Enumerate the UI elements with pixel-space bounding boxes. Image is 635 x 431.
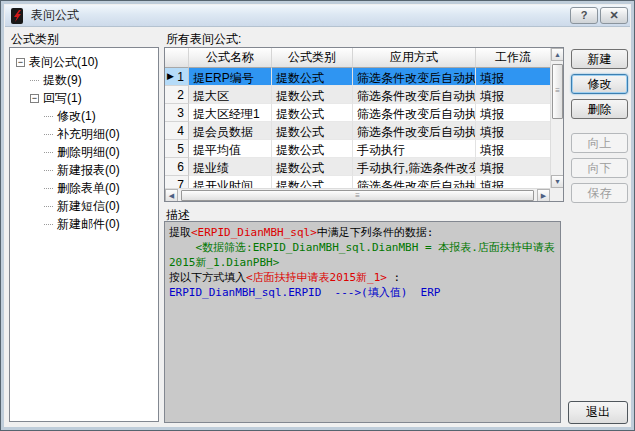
exit-button[interactable]: 退出 xyxy=(568,401,628,424)
tree-item[interactable]: 提数(9) xyxy=(10,71,158,89)
title-bar[interactable]: 表间公式 ? ✕ xyxy=(5,5,630,27)
description-line: 按以下方式填入<店面扶持申请表2015新_1> : xyxy=(169,270,556,285)
cell-formula-category[interactable]: 提数公式 xyxy=(272,104,353,122)
cell-workflow[interactable]: 填报 xyxy=(476,122,550,140)
move-down-button[interactable]: 向下 xyxy=(571,158,628,178)
tree-item[interactable]: 删除表单(0) xyxy=(10,179,158,197)
description-segment: <店面扶持申请表2015新_1> xyxy=(246,271,387,284)
table-panel-label: 所有表间公式: xyxy=(166,31,241,48)
tree-item[interactable]: 补充明细(0) xyxy=(10,125,158,143)
tree-item[interactable]: 删除明细(0) xyxy=(10,143,158,161)
tree-item-label: 补充明细(0) xyxy=(57,126,120,143)
cell-workflow[interactable]: 填报 xyxy=(476,68,550,86)
cell-apply-method[interactable]: 筛选条件改变后自动执行 xyxy=(353,68,476,86)
column-header[interactable]: 公式类别 xyxy=(272,48,353,68)
cell-apply-method[interactable]: 筛选条件改变后自动执行 xyxy=(353,122,476,140)
horizontal-scroll-thumb[interactable]: ≡ xyxy=(181,190,534,201)
table-row[interactable]: 3提大区经理1提数公式筛选条件改变后自动执...填报 xyxy=(165,104,550,122)
horizontal-scrollbar[interactable]: ◀ ≡ ▶ xyxy=(165,188,550,201)
row-number-cell[interactable]: 2 xyxy=(165,86,189,104)
collapse-minus-icon[interactable]: − xyxy=(30,94,39,103)
tree-connector xyxy=(44,170,53,171)
collapse-minus-icon[interactable]: − xyxy=(16,58,25,67)
cell-formula-category[interactable]: 提数公式 xyxy=(272,158,353,176)
column-header[interactable]: 应用方式 xyxy=(353,48,476,68)
tree-item[interactable]: −回写(1) xyxy=(10,89,158,107)
tree-item[interactable]: −表间公式(10) xyxy=(10,53,158,71)
move-up-button[interactable]: 向上 xyxy=(571,133,628,153)
table-row[interactable]: 5提平均值提数公式手动执行填报 xyxy=(165,140,550,158)
vertical-scroll-thumb[interactable]: ≡ xyxy=(552,64,563,119)
cell-formula-name[interactable]: 提大区 xyxy=(189,86,272,104)
table-row[interactable]: 7提开业时间提数公式筛选条件改变后自动执行填报 xyxy=(165,176,550,188)
new-button[interactable]: 新建 xyxy=(571,49,628,69)
tree-item[interactable]: 修改(1) xyxy=(10,107,158,125)
row-number-cell[interactable]: 4 xyxy=(165,122,189,140)
cell-workflow[interactable]: 填报 xyxy=(476,158,550,176)
row-number-cell[interactable]: 1▶ xyxy=(165,68,189,86)
cell-formula-name[interactable]: 提开业时间 xyxy=(189,176,272,188)
column-header[interactable]: 公式名称 xyxy=(189,48,272,68)
row-number-cell[interactable]: 7 xyxy=(165,176,189,188)
row-number-cell[interactable]: 5 xyxy=(165,140,189,158)
cell-apply-method[interactable]: 筛选条件改变后自动执... xyxy=(353,104,476,122)
column-header[interactable]: 工作流 xyxy=(476,48,550,68)
cell-formula-category[interactable]: 提数公式 xyxy=(272,86,353,104)
tree-item-label: 表间公式(10) xyxy=(29,54,98,71)
cell-workflow[interactable]: 填报 xyxy=(476,86,550,104)
cell-apply-method[interactable]: 手动执行,筛选条件改变... xyxy=(353,158,476,176)
cell-workflow[interactable]: 填报 xyxy=(476,176,550,188)
tree-item-label: 修改(1) xyxy=(57,108,96,125)
tree-connector xyxy=(30,80,39,81)
row-selector-header[interactable] xyxy=(165,48,189,68)
tree-item[interactable]: 新建邮件(0) xyxy=(10,215,158,233)
cell-formula-category[interactable]: 提数公式 xyxy=(272,68,353,86)
cell-formula-name[interactable]: 提会员数据 xyxy=(189,122,272,140)
cell-workflow[interactable]: 填报 xyxy=(476,104,550,122)
cell-formula-name[interactable]: 提大区经理1 xyxy=(189,104,272,122)
modify-button[interactable]: 修改 xyxy=(571,74,628,94)
scroll-down-icon[interactable]: ▼ xyxy=(551,175,564,188)
table-row[interactable]: 1▶提ERP编号提数公式筛选条件改变后自动执行填报 xyxy=(165,68,550,86)
window-title: 表间公式 xyxy=(31,7,79,24)
tree-item-label: 删除表单(0) xyxy=(57,180,120,197)
cell-formula-name[interactable]: 提业绩 xyxy=(189,158,272,176)
tree-item-label: 新建报表(0) xyxy=(57,162,120,179)
scroll-up-icon[interactable]: ▲ xyxy=(551,48,564,61)
tree-connector xyxy=(44,116,53,117)
tree-connector xyxy=(44,152,53,153)
cell-apply-method[interactable]: 手动执行 xyxy=(353,140,476,158)
table-row[interactable]: 4提会员数据提数公式筛选条件改变后自动执行填报 xyxy=(165,122,550,140)
cell-formula-category[interactable]: 提数公式 xyxy=(272,176,353,188)
tree-item[interactable]: 新建报表(0) xyxy=(10,161,158,179)
description-line: <数据筛选:ERPID_DianMBH_sql.DianMBH = 本报表.店面… xyxy=(169,240,556,270)
vertical-scrollbar[interactable]: ▲ ≡ ▼ xyxy=(550,48,563,188)
row-number-cell[interactable]: 3 xyxy=(165,104,189,122)
cell-apply-method[interactable]: 筛选条件改变后自动执行 xyxy=(353,86,476,104)
tree-item[interactable]: 新建短信(0) xyxy=(10,197,158,215)
tree-connector xyxy=(44,206,53,207)
cell-workflow[interactable]: 填报 xyxy=(476,140,550,158)
cell-apply-method[interactable]: 筛选条件改变后自动执行 xyxy=(353,176,476,188)
scroll-right-icon[interactable]: ▶ xyxy=(537,189,550,202)
cell-formula-name[interactable]: 提平均值 xyxy=(189,140,272,158)
tree-item-label: 新建邮件(0) xyxy=(57,216,120,233)
cell-formula-category[interactable]: 提数公式 xyxy=(272,140,353,158)
row-number-cell[interactable]: 6 xyxy=(165,158,189,176)
formula-tree[interactable]: −表间公式(10)提数(9)−回写(1)修改(1)补充明细(0)删除明细(0)新… xyxy=(9,47,159,422)
help-button[interactable]: ? xyxy=(570,7,598,24)
scroll-left-icon[interactable]: ◀ xyxy=(165,189,178,202)
description-segment: 按以下方式填入 xyxy=(169,271,246,284)
table-row[interactable]: 2提大区提数公式筛选条件改变后自动执行填报 xyxy=(165,86,550,104)
save-button[interactable]: 保存 xyxy=(571,183,628,203)
delete-button[interactable]: 删除 xyxy=(571,99,628,119)
cell-formula-category[interactable]: 提数公式 xyxy=(272,122,353,140)
current-row-arrow-icon: ▶ xyxy=(167,71,174,81)
table-row[interactable]: 6提业绩提数公式手动执行,筛选条件改变...填报 xyxy=(165,158,550,176)
tree-item-label: 回写(1) xyxy=(43,90,82,107)
close-button[interactable]: ✕ xyxy=(600,7,628,24)
description-segment: <数据筛选:ERPID_DianMBH_sql.DianMBH = 本报表.店面… xyxy=(169,241,555,269)
table-header-row: 公式名称公式类别应用方式工作流 xyxy=(165,48,550,68)
cell-formula-name[interactable]: 提ERP编号 xyxy=(189,68,272,86)
inter-table-formula-dialog: 表间公式 ? ✕ 公式类别 −表间公式(10)提数(9)−回写(1)修改(1)补… xyxy=(0,0,635,431)
